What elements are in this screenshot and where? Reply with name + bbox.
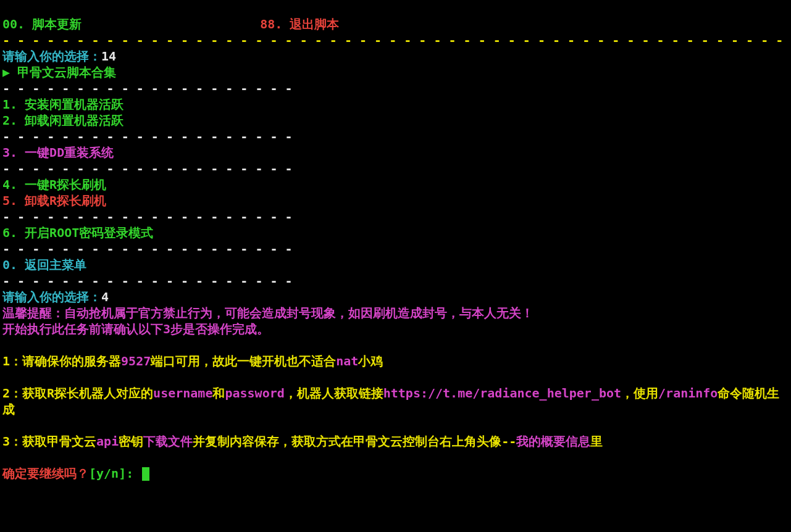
separator: - - - - - - - - - - - - - - - - - - - -	[2, 241, 293, 256]
step-2-url: https://t.me/radiance_helper_bot	[383, 386, 621, 401]
separator: - - - - - - - - - - - - - - - - - - - -	[2, 273, 293, 288]
step-2-password: password	[225, 386, 284, 401]
step-1-post: 小鸡	[358, 354, 383, 368]
confirm-label: 确定要继续吗？	[2, 466, 89, 481]
prompt-label-2: 请输入你的选择：	[2, 289, 101, 304]
separator: - - - - - - - - - - - - - - - - - - - -	[2, 81, 293, 96]
menu-item-4: 4. 一键R探长刷机	[2, 177, 106, 192]
prompt-label-1: 请输入你的选择：	[2, 49, 101, 64]
step-2-cmd: /raninfo	[658, 386, 718, 401]
separator: - - - - - - - - - - - - - - - - - - - -	[2, 161, 293, 176]
step-1-nat: nat	[336, 354, 358, 368]
step-2-mid: ，机器人获取链接	[285, 386, 383, 401]
step-3-pre: 3：获取甲骨文云	[2, 434, 96, 449]
step-1-mid: 端口可用，故此一键开机也不适合	[151, 354, 336, 368]
menu-item-6: 6. 开启ROOT密码登录模式	[2, 225, 153, 240]
step-1-port: 9527	[121, 354, 151, 368]
step-3-api: api	[96, 434, 119, 449]
separator: - - - - - - - - - - - - - - - - - - - -	[2, 129, 293, 144]
menu-item-3: 3. 一键DD重装系统	[2, 145, 114, 160]
step-2-post1: ，使用	[621, 386, 658, 401]
step-3-mid1: 密钥	[119, 434, 143, 449]
prompt-value-1[interactable]: 14	[101, 49, 116, 64]
warning-line-2: 开始执行此任务前请确认以下3步是否操作完成。	[2, 322, 269, 336]
step-3-post: 里	[590, 434, 603, 449]
warning-line-1: 温馨提醒：自动抢机属于官方禁止行为，可能会造成封号现象，如因刷机造成封号，与本人…	[2, 305, 534, 320]
step-2-username: username	[153, 386, 212, 401]
terminal-output: 00. 脚本更新 88. 退出脚本 - - - - - - - - - - - …	[0, 0, 791, 484]
step-3-download: 下载文件	[143, 434, 193, 449]
prompt-value-2[interactable]: 4	[101, 289, 109, 304]
submenu-title: ▶ 甲骨文云脚本合集	[2, 65, 116, 80]
separator: - - - - - - - - - - - - - - - - - - - -	[2, 209, 293, 224]
cursor[interactable]	[142, 467, 149, 481]
separator-long: - - - - - - - - - - - - - - - - - - - - …	[2, 33, 783, 48]
step-1-pre: 1：请确保你的服务器	[2, 354, 121, 368]
menu-item-0: 0. 返回主菜单	[2, 257, 86, 272]
step-3-info: 我的概要信息	[516, 434, 590, 449]
step-2-pre: 2：获取R探长机器人对应的	[2, 386, 153, 401]
menu-item-5: 5. 卸载R探长刷机	[2, 193, 106, 208]
menu-item-00: 00. 脚本更新	[2, 17, 82, 31]
step-2-and: 和	[212, 386, 225, 401]
spacer	[82, 17, 260, 31]
menu-item-88: 88. 退出脚本	[260, 17, 339, 31]
menu-item-2: 2. 卸载闲置机器活跃	[2, 113, 123, 128]
confirm-options: [y/n]:	[89, 466, 141, 481]
menu-item-1: 1. 安装闲置机器活跃	[2, 97, 123, 112]
step-3-mid2: 并复制内容保存，获取方式在甲骨文云控制台右上角头像--	[193, 434, 516, 449]
